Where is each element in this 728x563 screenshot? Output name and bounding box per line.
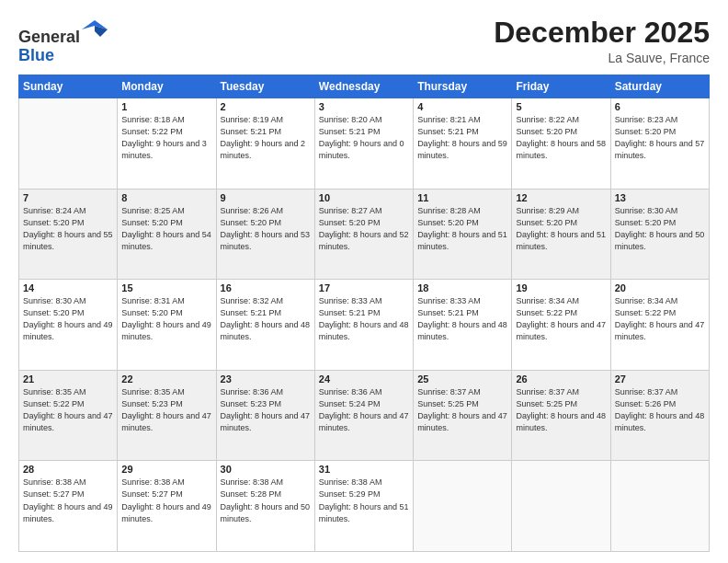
day-info: Sunrise: 8:20 AM Sunset: 5:21 PM Dayligh… <box>319 114 409 162</box>
day-number: 11 <box>417 192 507 203</box>
day-info: Sunrise: 8:35 AM Sunset: 5:22 PM Dayligh… <box>23 386 113 434</box>
table-row <box>610 461 709 552</box>
day-number: 31 <box>319 464 409 475</box>
day-number: 27 <box>615 373 705 385</box>
table-row: 18Sunrise: 8:33 AM Sunset: 5:21 PM Dayli… <box>414 280 512 371</box>
table-row: 2Sunrise: 8:19 AM Sunset: 5:21 PM Daylig… <box>216 98 314 190</box>
day-number: 21 <box>23 373 113 385</box>
calendar-week-row: 14Sunrise: 8:30 AM Sunset: 5:20 PM Dayli… <box>19 280 710 371</box>
day-info: Sunrise: 8:32 AM Sunset: 5:21 PM Dayligh… <box>221 295 311 343</box>
day-number: 29 <box>121 464 211 475</box>
day-info: Sunrise: 8:28 AM Sunset: 5:20 PM Dayligh… <box>417 205 507 253</box>
table-row: 4Sunrise: 8:21 AM Sunset: 5:21 PM Daylig… <box>414 98 512 190</box>
day-number: 2 <box>221 101 311 112</box>
day-number: 14 <box>23 282 113 293</box>
day-number: 22 <box>121 373 211 385</box>
table-row: 22Sunrise: 8:35 AM Sunset: 5:23 PM Dayli… <box>118 370 216 461</box>
table-row: 11Sunrise: 8:28 AM Sunset: 5:20 PM Dayli… <box>414 189 512 280</box>
day-number: 25 <box>417 373 507 385</box>
table-row: 26Sunrise: 8:37 AM Sunset: 5:25 PM Dayli… <box>512 370 610 461</box>
header-monday: Monday <box>118 75 216 98</box>
day-info: Sunrise: 8:36 AM Sunset: 5:24 PM Dayligh… <box>319 386 409 434</box>
day-number: 28 <box>23 464 113 475</box>
day-number: 12 <box>516 192 606 203</box>
table-row: 7Sunrise: 8:24 AM Sunset: 5:20 PM Daylig… <box>19 189 118 280</box>
day-info: Sunrise: 8:30 AM Sunset: 5:20 PM Dayligh… <box>23 295 113 343</box>
day-info: Sunrise: 8:31 AM Sunset: 5:20 PM Dayligh… <box>121 295 211 343</box>
table-row: 15Sunrise: 8:31 AM Sunset: 5:20 PM Dayli… <box>118 280 216 371</box>
calendar-week-row: 7Sunrise: 8:24 AM Sunset: 5:20 PM Daylig… <box>19 189 710 280</box>
table-row: 23Sunrise: 8:36 AM Sunset: 5:23 PM Dayli… <box>216 370 314 461</box>
table-row: 1Sunrise: 8:18 AM Sunset: 5:22 PM Daylig… <box>118 98 216 190</box>
day-info: Sunrise: 8:34 AM Sunset: 5:22 PM Dayligh… <box>516 295 606 343</box>
table-row: 16Sunrise: 8:32 AM Sunset: 5:21 PM Dayli… <box>216 280 314 371</box>
table-row <box>19 98 118 190</box>
day-info: Sunrise: 8:38 AM Sunset: 5:29 PM Dayligh… <box>319 477 409 524</box>
day-number: 5 <box>516 101 606 112</box>
day-number: 7 <box>23 192 113 203</box>
day-number: 24 <box>319 373 409 385</box>
day-info: Sunrise: 8:23 AM Sunset: 5:20 PM Dayligh… <box>615 114 705 162</box>
title-block: December 2025 La Sauve, France <box>494 17 710 65</box>
table-row <box>512 461 610 552</box>
day-info: Sunrise: 8:25 AM Sunset: 5:20 PM Dayligh… <box>121 205 211 253</box>
table-row: 14Sunrise: 8:30 AM Sunset: 5:20 PM Dayli… <box>19 280 118 371</box>
header-saturday: Saturday <box>610 75 709 98</box>
day-number: 4 <box>417 101 507 112</box>
day-info: Sunrise: 8:38 AM Sunset: 5:27 PM Dayligh… <box>23 477 113 524</box>
day-number: 13 <box>615 192 705 203</box>
logo-blue: Blue <box>18 46 54 64</box>
table-row: 13Sunrise: 8:30 AM Sunset: 5:20 PM Dayli… <box>610 189 709 280</box>
table-row <box>414 461 512 552</box>
day-number: 3 <box>319 101 409 112</box>
day-info: Sunrise: 8:21 AM Sunset: 5:21 PM Dayligh… <box>417 114 507 162</box>
logo-text: General Blue <box>18 17 108 65</box>
location: La Sauve, France <box>494 51 710 65</box>
table-row: 17Sunrise: 8:33 AM Sunset: 5:21 PM Dayli… <box>314 280 413 371</box>
day-number: 26 <box>516 373 606 385</box>
day-info: Sunrise: 8:18 AM Sunset: 5:22 PM Dayligh… <box>121 114 211 162</box>
table-row: 31Sunrise: 8:38 AM Sunset: 5:29 PM Dayli… <box>314 461 413 552</box>
day-info: Sunrise: 8:37 AM Sunset: 5:25 PM Dayligh… <box>516 386 606 434</box>
logo: General Blue <box>18 17 108 65</box>
table-row: 8Sunrise: 8:25 AM Sunset: 5:20 PM Daylig… <box>118 189 216 280</box>
table-row: 6Sunrise: 8:23 AM Sunset: 5:20 PM Daylig… <box>610 98 709 190</box>
day-number: 30 <box>221 464 311 475</box>
day-number: 9 <box>221 192 311 203</box>
table-row: 9Sunrise: 8:26 AM Sunset: 5:20 PM Daylig… <box>216 189 314 280</box>
table-row: 27Sunrise: 8:37 AM Sunset: 5:26 PM Dayli… <box>610 370 709 461</box>
day-number: 6 <box>615 101 705 112</box>
table-row: 10Sunrise: 8:27 AM Sunset: 5:20 PM Dayli… <box>314 189 413 280</box>
table-row: 5Sunrise: 8:22 AM Sunset: 5:20 PM Daylig… <box>512 98 610 190</box>
table-row: 24Sunrise: 8:36 AM Sunset: 5:24 PM Dayli… <box>314 370 413 461</box>
table-row: 19Sunrise: 8:34 AM Sunset: 5:22 PM Dayli… <box>512 280 610 371</box>
day-number: 17 <box>319 282 409 293</box>
table-row: 30Sunrise: 8:38 AM Sunset: 5:28 PM Dayli… <box>216 461 314 552</box>
calendar-table: Sunday Monday Tuesday Wednesday Thursday… <box>18 75 710 552</box>
day-info: Sunrise: 8:38 AM Sunset: 5:27 PM Dayligh… <box>121 477 211 524</box>
day-info: Sunrise: 8:30 AM Sunset: 5:20 PM Dayligh… <box>615 205 705 253</box>
day-info: Sunrise: 8:19 AM Sunset: 5:21 PM Dayligh… <box>221 114 311 162</box>
day-info: Sunrise: 8:36 AM Sunset: 5:23 PM Dayligh… <box>221 386 311 434</box>
calendar-week-row: 21Sunrise: 8:35 AM Sunset: 5:22 PM Dayli… <box>19 370 710 461</box>
day-number: 15 <box>121 282 211 293</box>
day-info: Sunrise: 8:34 AM Sunset: 5:22 PM Dayligh… <box>615 295 705 343</box>
table-row: 12Sunrise: 8:29 AM Sunset: 5:20 PM Dayli… <box>512 189 610 280</box>
day-number: 8 <box>121 192 211 203</box>
day-info: Sunrise: 8:33 AM Sunset: 5:21 PM Dayligh… <box>417 295 507 343</box>
day-number: 18 <box>417 282 507 293</box>
header-wednesday: Wednesday <box>314 75 413 98</box>
month-title: December 2025 <box>494 17 710 49</box>
table-row: 28Sunrise: 8:38 AM Sunset: 5:27 PM Dayli… <box>19 461 118 552</box>
day-info: Sunrise: 8:37 AM Sunset: 5:25 PM Dayligh… <box>417 386 507 434</box>
day-number: 23 <box>221 373 311 385</box>
day-number: 10 <box>319 192 409 203</box>
day-info: Sunrise: 8:29 AM Sunset: 5:20 PM Dayligh… <box>516 205 606 253</box>
table-row: 20Sunrise: 8:34 AM Sunset: 5:22 PM Dayli… <box>610 280 709 371</box>
header-sunday: Sunday <box>19 75 118 98</box>
day-number: 16 <box>221 282 311 293</box>
day-info: Sunrise: 8:38 AM Sunset: 5:28 PM Dayligh… <box>221 477 311 524</box>
day-info: Sunrise: 8:33 AM Sunset: 5:21 PM Dayligh… <box>319 295 409 343</box>
logo-general: General <box>18 28 80 46</box>
day-info: Sunrise: 8:27 AM Sunset: 5:20 PM Dayligh… <box>319 205 409 253</box>
